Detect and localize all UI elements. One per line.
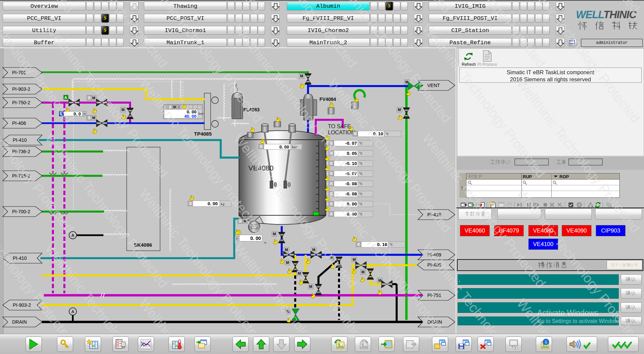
svg-text:PI-750-2: PI-750-2: [12, 100, 30, 105]
svg-text:PI-410: PI-410: [13, 255, 27, 261]
svg-text:SK4086: SK4086: [134, 242, 152, 248]
svg-text:VE4080: VE4080: [248, 164, 274, 172]
svg-text:%: %: [264, 241, 266, 244]
svg-text:0. 10: 0. 10: [373, 131, 383, 136]
svg-text:bar: bar: [198, 112, 204, 116]
svg-text:°c: °c: [359, 152, 362, 155]
svg-text:PI-903-2: PI-903-2: [12, 86, 30, 92]
svg-text:PI-700-2: PI-700-2: [12, 209, 30, 214]
svg-text:°c: °c: [359, 182, 362, 186]
svg-text:PI-715-2: PI-715-2: [12, 173, 30, 179]
svg-text:PI-409: PI-409: [427, 252, 441, 257]
svg-text:°c: °c: [359, 202, 362, 206]
svg-text:-0. 08: -0. 08: [345, 181, 357, 186]
svg-text:0. 00: 0. 00: [347, 201, 357, 207]
svg-text:VENT: VENT: [427, 83, 440, 88]
svg-text:°c: °c: [359, 172, 362, 175]
svg-text:0. 00: 0. 00: [250, 236, 261, 241]
svg-text:X: X: [169, 105, 172, 109]
svg-text:TP4085: TP4085: [194, 131, 212, 137]
svg-text:A: A: [64, 96, 67, 100]
svg-text:DRAIN: DRAIN: [12, 319, 27, 325]
svg-text:40. 00: 40. 00: [184, 114, 196, 119]
svg-text:PI-751: PI-751: [427, 293, 441, 298]
svg-text:i: i: [545, 339, 547, 345]
svg-text:FL4083: FL4083: [243, 107, 259, 112]
svg-text:°c: °c: [359, 162, 362, 165]
svg-text:TO SAFE: TO SAFE: [328, 124, 351, 129]
svg-text:%: %: [83, 112, 85, 115]
svg-text:PI-409: PI-409: [427, 262, 441, 268]
svg-text:0. 00: 0. 00: [279, 144, 289, 149]
svg-text:0. 00: 0. 00: [208, 201, 218, 206]
svg-text:PI-410: PI-410: [427, 212, 441, 217]
svg-text:°c: °c: [386, 132, 389, 136]
svg-text:bar: bar: [292, 146, 297, 149]
svg-text:A: A: [71, 233, 74, 238]
svg-text:0. 16: 0. 16: [377, 242, 388, 247]
svg-text:A: A: [71, 309, 74, 314]
svg-text:FV4084: FV4084: [319, 97, 336, 102]
svg-text:0. 00: 0. 00: [347, 212, 357, 217]
svg-text:PI-406: PI-406: [12, 120, 26, 126]
svg-text:-0. 08: -0. 08: [345, 191, 357, 196]
svg-text:°c: °c: [359, 212, 362, 216]
svg-text:E: E: [60, 112, 63, 116]
svg-text:-0. 10: -0. 10: [345, 161, 357, 166]
svg-text:-0. 07: -0. 07: [345, 171, 357, 176]
svg-text:I: I: [237, 237, 238, 240]
svg-text:°c: °c: [390, 243, 393, 246]
svg-text:kg: kg: [221, 203, 224, 206]
svg-text:0. 05: 0. 05: [347, 151, 357, 156]
svg-text:-0. 07: -0. 07: [345, 141, 357, 146]
svg-text:PI-410: PI-410: [13, 137, 27, 143]
svg-text:°c: °c: [359, 141, 362, 145]
svg-text:M: M: [173, 105, 176, 109]
svg-text:PI-903-2: PI-903-2: [13, 302, 31, 308]
svg-text:I: I: [179, 105, 180, 109]
svg-text:°c: °c: [359, 192, 362, 196]
svg-text:PI-701: PI-701: [12, 70, 26, 75]
svg-text:0. 0: 0. 0: [73, 111, 81, 116]
svg-text:DRAIN: DRAIN: [427, 319, 442, 325]
svg-text:PI-736-2: PI-736-2: [12, 149, 30, 154]
